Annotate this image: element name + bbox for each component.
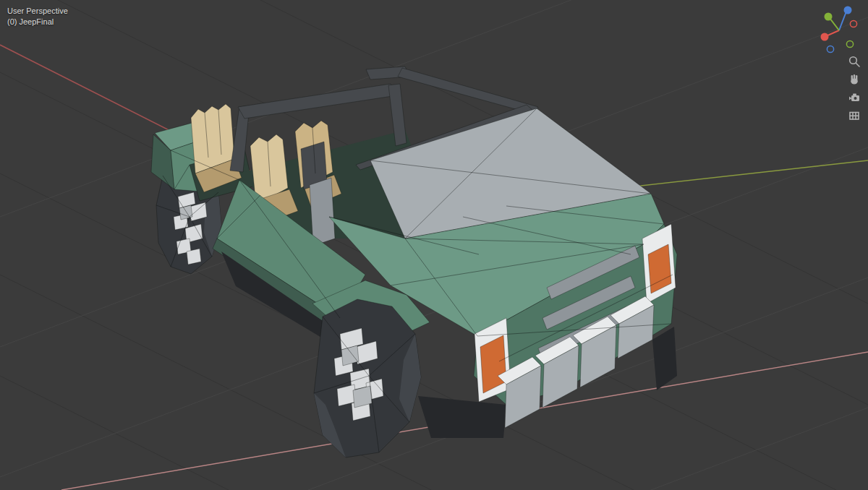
jeep-model [151, 66, 677, 457]
viewport-overlay-text: User Perspective (0) JeepFinal [7, 6, 68, 27]
scene-canvas [0, 0, 868, 490]
gizmo-x-axis [821, 33, 829, 41]
viewport-controls [848, 55, 861, 122]
gizmo-y-axis [825, 13, 833, 21]
perspective-toggle-icon[interactable] [848, 109, 861, 122]
gizmo-z-neg-axis [827, 46, 833, 52]
camera-view-icon[interactable] [848, 91, 861, 104]
view-perspective-label: User Perspective [7, 6, 68, 17]
active-object-label: (0) JeepFinal [7, 17, 68, 27]
jeep-front-wheel [314, 299, 421, 457]
move-hand-icon[interactable] [848, 73, 861, 86]
gizmo-x-neg-axis [850, 20, 856, 27]
gizmo-y-neg-axis [846, 40, 853, 47]
navigation-gizmo[interactable] [816, 4, 862, 53]
zoom-icon[interactable] [848, 55, 861, 68]
y-axis-line [615, 160, 868, 189]
gizmo-axes[interactable] [821, 7, 857, 53]
blender-3d-viewport[interactable]: User Perspective (0) JeepFinal [0, 0, 868, 490]
gizmo-z-axis [844, 7, 852, 14]
